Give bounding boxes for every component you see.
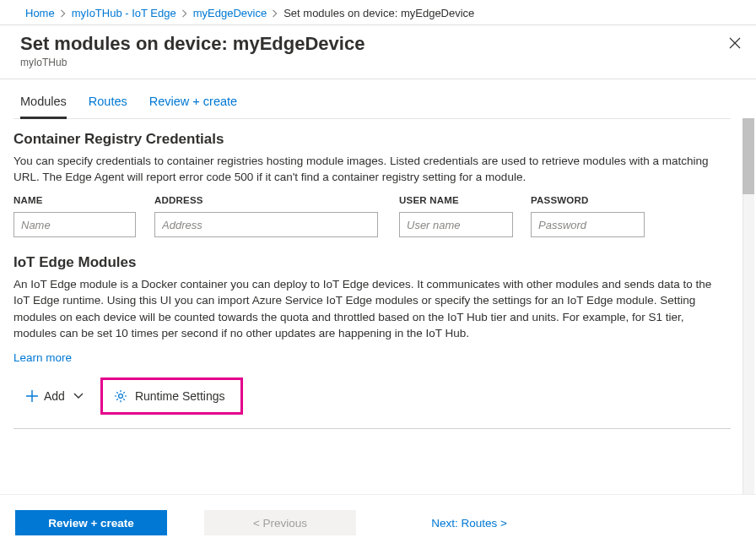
previous-button: < Previous — [204, 510, 356, 535]
registry-description: You can specify credentials to container… — [14, 153, 714, 185]
breadcrumb: Home myIoTHub - IoT Edge myEdgeDevice Se… — [0, 0, 756, 25]
registry-address-label: ADDRESS — [154, 195, 399, 205]
content-scroll: Modules Routes Review + create Container… — [0, 79, 741, 495]
gear-icon — [113, 388, 128, 404]
registry-password-label: PASSWORD — [531, 195, 662, 205]
tabs: Modules Routes Review + create — [14, 79, 731, 119]
chevron-right-icon — [181, 9, 188, 18]
tab-routes[interactable]: Routes — [89, 95, 127, 118]
chevron-right-icon — [272, 9, 278, 18]
page-header: Set modules on device: myEdgeDevice myIo… — [0, 25, 756, 79]
learn-more-link[interactable]: Learn more — [14, 351, 72, 364]
chevron-right-icon — [60, 9, 67, 18]
runtime-settings-button[interactable]: Runtime Settings — [100, 377, 243, 415]
add-module-button[interactable]: Add — [14, 377, 92, 415]
breadcrumb-current: Set modules on device: myEdgeDevice — [284, 7, 474, 19]
close-button[interactable] — [726, 34, 744, 52]
close-icon — [728, 36, 742, 50]
tab-review-create[interactable]: Review + create — [149, 95, 237, 118]
registry-username-label: USER NAME — [399, 195, 531, 205]
registry-name-label: NAME — [14, 195, 154, 205]
next-routes-button[interactable]: Next: Routes > — [393, 510, 545, 535]
scrollbar-track[interactable] — [742, 118, 754, 495]
content-workspace: Modules Routes Review + create Container… — [0, 79, 756, 495]
breadcrumb-device[interactable]: myEdgeDevice — [193, 7, 267, 19]
registry-username-input[interactable] — [399, 212, 513, 237]
plus-icon — [25, 389, 39, 403]
tab-modules[interactable]: Modules — [20, 95, 67, 119]
section-modules: IoT Edge Modules An IoT Edge module is a… — [14, 254, 731, 444]
registry-fields-row: NAME ADDRESS USER NAME PASSWORD — [14, 195, 731, 237]
review-create-button[interactable]: Review + create — [15, 510, 167, 535]
scrollbar-thumb[interactable] — [742, 118, 754, 194]
modules-title: IoT Edge Modules — [14, 254, 731, 271]
module-actions-row: Add Runtime Settings — [14, 377, 731, 429]
add-module-label: Add — [44, 389, 65, 403]
page-subtitle: myIoTHub — [20, 57, 739, 68]
breadcrumb-hub[interactable]: myIoTHub - IoT Edge — [72, 7, 176, 19]
svg-point-0 — [119, 394, 123, 399]
chevron-down-icon — [70, 392, 84, 400]
registry-password-input[interactable] — [531, 212, 645, 237]
page-title: Set modules on device: myEdgeDevice — [20, 33, 739, 55]
registry-title: Container Registry Credentials — [14, 131, 731, 148]
modules-description: An IoT Edge module is a Docker container… — [14, 276, 714, 341]
breadcrumb-home[interactable]: Home — [25, 7, 55, 19]
registry-name-input[interactable] — [14, 212, 136, 237]
section-registry: Container Registry Credentials You can s… — [14, 131, 731, 253]
runtime-settings-label: Runtime Settings — [135, 389, 225, 403]
footer-actions: Review + create < Previous Next: Routes … — [0, 494, 756, 554]
registry-address-input[interactable] — [154, 212, 378, 237]
